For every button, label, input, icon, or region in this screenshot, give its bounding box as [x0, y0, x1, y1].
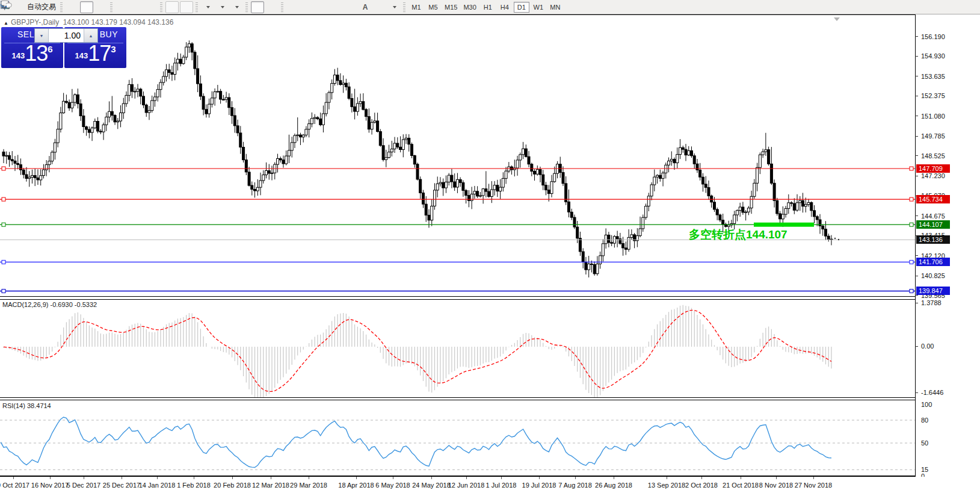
date-label: 8 Nov 2018 [759, 482, 793, 489]
price-tick-label: 140.825 [921, 272, 945, 279]
toolbar-grip[interactable] [196, 2, 198, 12]
hline-handle[interactable] [910, 290, 913, 293]
macd-tick-label: -1.6446 [921, 389, 943, 396]
zoom-out-button[interactable] [130, 1, 143, 13]
price-chart-canvas[interactable] [0, 15, 915, 297]
toolbar-grip[interactable] [160, 2, 162, 12]
price-chart-pane[interactable]: ▲GBPJPY-,Daily 143.100 143.179 143.094 1… [0, 14, 915, 297]
price-tick-label: 151.080 [921, 113, 945, 120]
autotrading-button[interactable]: 自动交易 [23, 1, 58, 13]
axis-tick-mark [915, 96, 918, 96]
toolbar-grip[interactable] [281, 2, 283, 12]
date-tick-mark [84, 477, 84, 479]
date-label: 18 Apr 2018 [338, 482, 374, 489]
tile-windows-button[interactable] [144, 1, 158, 13]
date-axis[interactable]: 9 Oct 201716 Nov 20175 Dec 201725 Dec 20… [0, 477, 980, 496]
axis-tick-mark [915, 76, 918, 76]
rsi-pane[interactable]: RSI(14) 38.4714 [0, 401, 915, 477]
chart-annotation-text[interactable]: 多空转折点144.107 [689, 227, 787, 243]
hline-handle[interactable] [910, 167, 913, 170]
price-axis[interactable]: 156.190154.930153.635152.375151.080149.7… [916, 14, 980, 477]
scroll-to-end-marker[interactable] [834, 17, 840, 21]
date-label: 25 Dec 2017 [103, 482, 140, 489]
date-label: 13 Sep 2018 [648, 482, 685, 489]
toolbar-grip[interactable] [110, 2, 112, 12]
date-tick-mark [701, 477, 702, 479]
buy-price: 143173 [64, 41, 126, 66]
timeframe-mn-button[interactable]: MN [547, 2, 563, 13]
auto-scroll-button[interactable] [165, 1, 179, 13]
axis-tick-mark [915, 136, 918, 137]
date-tick-mark [813, 477, 814, 479]
timeframe-d1-button[interactable]: D1 [514, 2, 529, 13]
chart-shift-button[interactable] [180, 1, 193, 13]
buy-price-whole: 143 [75, 51, 88, 60]
pane-splitter[interactable] [0, 400, 915, 400]
hline-handle[interactable] [910, 197, 913, 201]
date-label: 16 Nov 2017 [31, 482, 69, 489]
indicators-button[interactable] [230, 1, 243, 13]
arrows-tool[interactable] [387, 1, 401, 13]
vertical-line-tool[interactable] [286, 1, 300, 13]
date-tick-mark [309, 477, 309, 479]
date-label: 21 Oct 2018 [723, 482, 759, 489]
hline-handle[interactable] [910, 260, 913, 264]
price-tick-label: 144.675 [921, 212, 945, 220]
timeframe-h1-button[interactable]: H1 [480, 2, 496, 13]
axis-tick-mark [915, 276, 918, 276]
crosshair-tool-button[interactable] [265, 1, 279, 13]
zoom-in-button[interactable] [116, 1, 129, 13]
price-tick-label: 154.930 [921, 52, 945, 60]
highlighted-level-segment[interactable] [754, 223, 814, 227]
date-tick-mark [356, 477, 357, 479]
hline-handle[interactable] [910, 223, 913, 226]
timeframe-h4-button[interactable]: H4 [497, 2, 513, 13]
horizontal-line-tool[interactable] [301, 1, 314, 13]
timeframe-m15-button[interactable]: M15 [442, 2, 460, 13]
toolbar-grip[interactable] [245, 2, 248, 12]
fibonacci-tool[interactable]: F [344, 1, 357, 13]
sell-price: 143136 [1, 41, 63, 66]
date-label: 20 Feb 2018 [214, 482, 251, 489]
price-tick-label: 156.190 [921, 33, 945, 40]
hline-handle[interactable] [2, 223, 5, 226]
new-chart-button[interactable] [201, 1, 214, 13]
timeframe-m30-button[interactable]: M30 [461, 2, 478, 13]
macd-tick-label: 0.00 [921, 343, 934, 350]
volume-increase-button[interactable]: ▲ [84, 29, 97, 42]
hline-handle[interactable] [2, 290, 5, 293]
chat-button[interactable] [958, 1, 971, 13]
toolbar-grip[interactable] [403, 2, 405, 12]
timeframe-m1-button[interactable]: M1 [408, 2, 424, 13]
price-tick-label: 147.230 [921, 172, 945, 179]
price-tick-label: 148.525 [921, 152, 945, 160]
timeframe-m5-button[interactable]: M5 [425, 2, 441, 13]
axis-tick-mark [915, 116, 918, 116]
axis-tick-mark [915, 255, 918, 256]
rsi-label: RSI(14) 38.4714 [2, 402, 51, 409]
chart-symbol-period: GBPJPY-,Daily [11, 18, 59, 26]
collapse-panel-icon[interactable]: ▲ [4, 20, 8, 26]
date-label: 2 Oct 2018 [685, 482, 718, 489]
text-label-tool[interactable]: T [373, 1, 386, 13]
search-button[interactable] [938, 1, 951, 13]
line-chart-button[interactable] [94, 1, 108, 13]
volume-decrease-button[interactable]: ▼ [35, 29, 49, 42]
candlestick-chart-button[interactable] [80, 1, 93, 13]
text-tool[interactable]: A [359, 1, 372, 13]
chevron-down-icon [393, 6, 396, 8]
volume-field[interactable]: 1.00 [49, 29, 84, 42]
equidistant-channel-tool[interactable]: E [330, 1, 343, 13]
toolbar-grip[interactable] [60, 2, 63, 12]
trendline-tool[interactable] [315, 1, 328, 13]
hline-handle[interactable] [2, 167, 5, 170]
hline-handle[interactable] [2, 260, 5, 264]
macd-pane[interactable]: MACD(12,26,9) -0.6930 -0.5332 [0, 300, 915, 398]
bar-chart-button[interactable] [66, 1, 79, 13]
cursor-tool-button[interactable] [251, 1, 264, 13]
sell-price-pips: 13 [25, 41, 48, 66]
chat-icon [0, 0, 12, 10]
hline-handle[interactable] [2, 197, 5, 201]
periods-button[interactable] [215, 1, 229, 13]
timeframe-w1-button[interactable]: W1 [531, 2, 546, 13]
